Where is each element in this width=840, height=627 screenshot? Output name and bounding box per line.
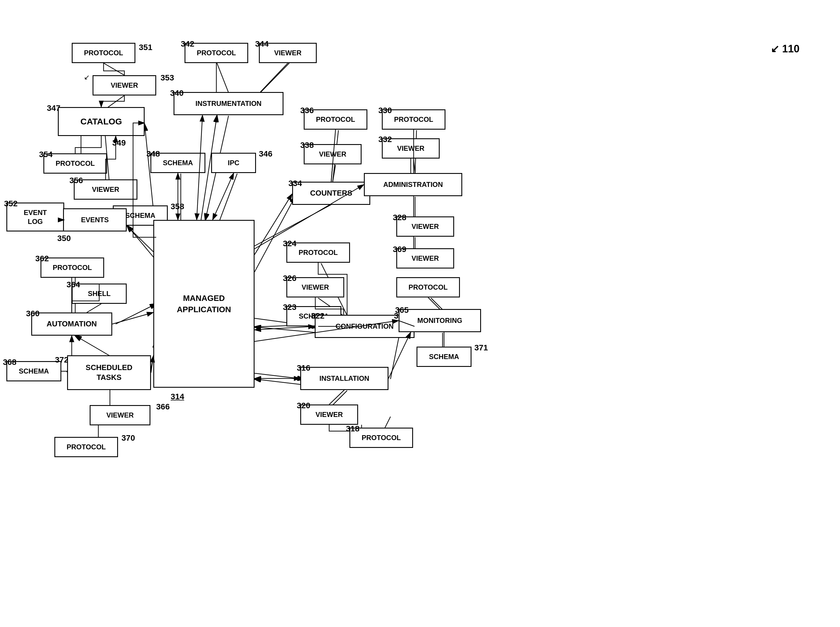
svg-line-9 <box>87 304 101 312</box>
viewer-326-label: VIEWER <box>302 283 329 291</box>
protocol-370-box: PROTOCOL <box>54 437 118 457</box>
protocol-354-box: PROTOCOL <box>43 153 107 173</box>
ref-324: 324 <box>283 239 296 248</box>
events-350-box: EVENTS <box>63 208 127 232</box>
svg-line-21 <box>333 165 335 182</box>
diagram: PROTOCOL 351 VIEWER 353 ↙ CATALOG 347 34… <box>0 0 840 627</box>
ref-370: 370 <box>121 433 135 443</box>
counters-334-box: COUNTERS <box>292 182 370 205</box>
ref-346: 346 <box>259 149 272 159</box>
managed-app-box: MANAGEDAPPLICATION <box>153 220 255 388</box>
schema-348-label: SCHEMA <box>163 159 193 167</box>
viewer-344-label: VIEWER <box>274 49 302 57</box>
protocol-362-label: PROTOCOL <box>53 263 92 272</box>
ref-326: 326 <box>283 274 296 283</box>
automation-label: AUTOMATION <box>47 320 97 328</box>
managed-app-label: MANAGEDAPPLICATION <box>177 293 231 315</box>
ref-371: 371 <box>474 343 488 353</box>
viewer-366-label: VIEWER <box>107 411 134 419</box>
ref-336: 336 <box>300 106 314 115</box>
ref-353-line: ↙ <box>84 73 90 81</box>
protocol-367-label: PROTOCOL <box>409 283 448 291</box>
ref-344: 344 <box>255 39 269 49</box>
monitoring-label: MONITORING <box>417 317 462 325</box>
ref-318: 318 <box>346 424 360 433</box>
schema-368-label: SCHEMA <box>19 367 49 376</box>
figure-number: ↙ 110 <box>771 43 799 55</box>
svg-line-15 <box>260 63 289 93</box>
protocol-370-label: PROTOCOL <box>66 443 106 451</box>
scheduled-tasks-label: SCHEDULEDTASKS <box>86 363 132 383</box>
protocol-330-label: PROTOCOL <box>394 115 433 124</box>
ref-320: 320 <box>297 401 310 410</box>
ref-368: 368 <box>3 358 16 367</box>
svg-line-39 <box>333 391 347 405</box>
administration-box: ADMINISTRATION <box>364 173 462 196</box>
installation-316-box: INSTALLATION <box>300 367 389 390</box>
viewer-320-label: VIEWER <box>316 411 343 419</box>
ref-372: 372 <box>55 355 69 365</box>
ref-323: 323 <box>283 302 296 312</box>
ref-358: 358 <box>171 202 184 211</box>
svg-line-33 <box>431 298 442 310</box>
viewer-353-label: VIEWER <box>111 81 138 90</box>
ref-332: 332 <box>378 135 392 144</box>
counters-label: COUNTERS <box>310 189 352 198</box>
ref-330: 330 <box>378 106 392 115</box>
catalog-347-box: CATALOG <box>58 107 145 136</box>
ref-340: 340 <box>170 88 184 98</box>
protocol-367-box: PROTOCOL <box>396 277 460 298</box>
figure-ref: ↙ 110 <box>771 43 799 55</box>
svg-line-40 <box>385 417 390 428</box>
ref-360: 360 <box>26 309 39 318</box>
viewer-353-box: VIEWER <box>93 75 156 96</box>
viewer-328-label: VIEWER <box>412 222 439 231</box>
instrumentation-340-box: INSTRUMENTATION <box>173 92 283 115</box>
ipc-346-box: IPC <box>211 153 256 173</box>
administration-label: ADMINISTRATION <box>383 181 443 189</box>
ref-366: 366 <box>156 402 170 411</box>
ref-347: 347 <box>47 104 60 113</box>
instrumentation-label: INSTRUMENTATION <box>195 99 261 108</box>
ref-353: 353 <box>160 73 174 82</box>
ref-356: 356 <box>69 176 83 185</box>
scheduled-tasks-box: SCHEDULEDTASKS <box>67 355 151 390</box>
shell-label: SHELL <box>88 290 111 298</box>
ref-314: 314 <box>171 392 184 401</box>
events-label: EVENTS <box>81 216 109 224</box>
ref-369: 369 <box>393 245 406 254</box>
viewer-356-label: VIEWER <box>92 186 120 194</box>
svg-line-11 <box>75 336 110 356</box>
schema-371-box: SCHEMA <box>417 347 472 367</box>
ref-338: 338 <box>300 140 314 150</box>
svg-line-10 <box>116 304 156 324</box>
ref-322: 322 <box>311 311 324 321</box>
protocol-342-label: PROTOCOL <box>197 49 236 57</box>
protocol-336-label: PROTOCOL <box>316 115 355 124</box>
ref-349: 349 <box>112 138 126 148</box>
protocol-351-label: PROTOCOL <box>84 49 123 57</box>
catalog-label: CATALOG <box>80 116 122 127</box>
viewer-369-label: VIEWER <box>412 254 439 263</box>
viewer-366-box: VIEWER <box>90 405 150 425</box>
ref-351: 351 <box>139 43 153 52</box>
protocol-324-label: PROTOCOL <box>299 249 338 257</box>
ref-352: 352 <box>4 199 18 208</box>
svg-line-24 <box>414 159 415 173</box>
schema-358-label: SCHEMA <box>125 211 155 220</box>
protocol-318-label: PROTOCOL <box>362 434 401 442</box>
ipc-label: IPC <box>228 159 239 167</box>
viewer-356-box: VIEWER <box>74 180 137 200</box>
eventlog-label: EVENTLOG <box>24 208 47 226</box>
svg-line-19 <box>220 173 237 220</box>
ref-354: 354 <box>39 150 53 159</box>
monitoring-365-box: MONITORING <box>399 309 481 332</box>
installation-label: INSTALLATION <box>319 374 369 383</box>
protocol-362-box: PROTOCOL <box>41 257 104 278</box>
viewer-332-label: VIEWER <box>397 144 425 153</box>
svg-line-6 <box>127 226 156 260</box>
ref-328: 328 <box>393 213 406 222</box>
ref-364: 364 <box>66 280 80 289</box>
ref-362: 362 <box>35 254 49 263</box>
protocol-354-label: PROTOCOL <box>55 159 95 168</box>
